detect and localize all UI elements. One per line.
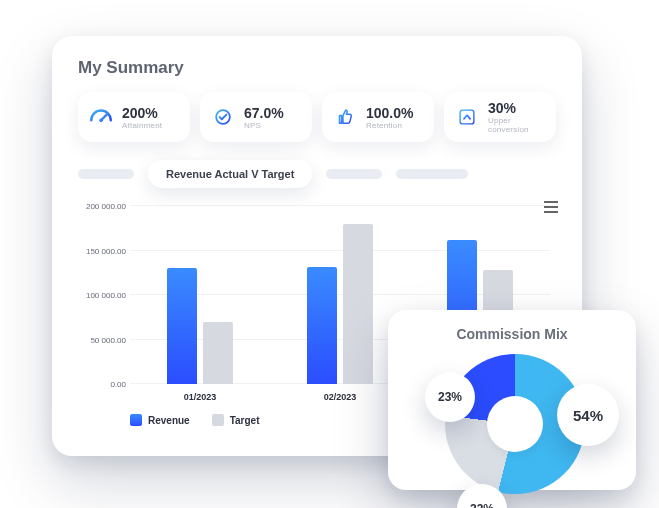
kpi-label: Attainment bbox=[122, 121, 162, 130]
bar-target[interactable] bbox=[203, 322, 233, 384]
tab-placeholder[interactable] bbox=[396, 169, 468, 179]
legend-label: Target bbox=[230, 415, 260, 426]
page-title: My Summary bbox=[78, 58, 556, 78]
tab-placeholder[interactable] bbox=[78, 169, 134, 179]
svg-point-1 bbox=[99, 118, 103, 122]
check-circle-icon bbox=[210, 104, 236, 130]
svg-rect-3 bbox=[460, 110, 474, 124]
y-tick: 100 000.00 bbox=[78, 291, 126, 300]
bar-target[interactable] bbox=[343, 224, 373, 384]
kpi-value: 100.0% bbox=[366, 105, 413, 121]
slice-label-b: 23% bbox=[425, 372, 475, 422]
y-tick: 150 000.00 bbox=[78, 246, 126, 255]
kpi-label: Retention bbox=[366, 121, 413, 130]
kpi-row: 200% Attainment 67.0% NPS bbox=[78, 92, 556, 142]
commission-mix-title: Commission Mix bbox=[404, 326, 620, 342]
legend-target[interactable]: Target bbox=[212, 414, 260, 426]
chart-legend: Revenue Target bbox=[130, 414, 260, 426]
gauge-icon bbox=[88, 104, 114, 130]
x-tick: 01/2023 bbox=[130, 392, 270, 402]
legend-label: Revenue bbox=[148, 415, 190, 426]
kpi-retention[interactable]: 100.0% Retention bbox=[322, 92, 434, 142]
y-tick: 0.00 bbox=[78, 380, 126, 389]
kpi-attainment[interactable]: 200% Attainment bbox=[78, 92, 190, 142]
caret-up-square-icon bbox=[454, 104, 480, 130]
swatch-icon bbox=[212, 414, 224, 426]
kpi-value: 30% bbox=[488, 100, 546, 116]
commission-donut: 54% 23% 23% bbox=[427, 348, 597, 508]
kpi-value: 67.0% bbox=[244, 105, 284, 121]
bar-revenue[interactable] bbox=[307, 267, 337, 384]
swatch-icon bbox=[130, 414, 142, 426]
commission-mix-card: Commission Mix 54% 23% 23% bbox=[388, 310, 636, 490]
tab-placeholder[interactable] bbox=[326, 169, 382, 179]
y-tick: 50 000.00 bbox=[78, 335, 126, 344]
kpi-label: NPS bbox=[244, 121, 284, 130]
bar-revenue[interactable] bbox=[167, 268, 197, 384]
kpi-value: 200% bbox=[122, 105, 162, 121]
bar-group bbox=[130, 206, 270, 384]
kpi-label: Upper conversion bbox=[488, 116, 546, 134]
kpi-upper-conversion[interactable]: 30% Upper conversion bbox=[444, 92, 556, 142]
tab-revenue-actual-vs-target[interactable]: Revenue Actual V Target bbox=[148, 160, 312, 188]
slice-label-a: 54% bbox=[557, 384, 619, 446]
y-tick: 200 000.00 bbox=[78, 202, 126, 211]
kpi-nps[interactable]: 67.0% NPS bbox=[200, 92, 312, 142]
legend-revenue[interactable]: Revenue bbox=[130, 414, 190, 426]
thumbs-up-icon bbox=[332, 104, 358, 130]
chart-tabs: Revenue Actual V Target bbox=[78, 160, 556, 188]
